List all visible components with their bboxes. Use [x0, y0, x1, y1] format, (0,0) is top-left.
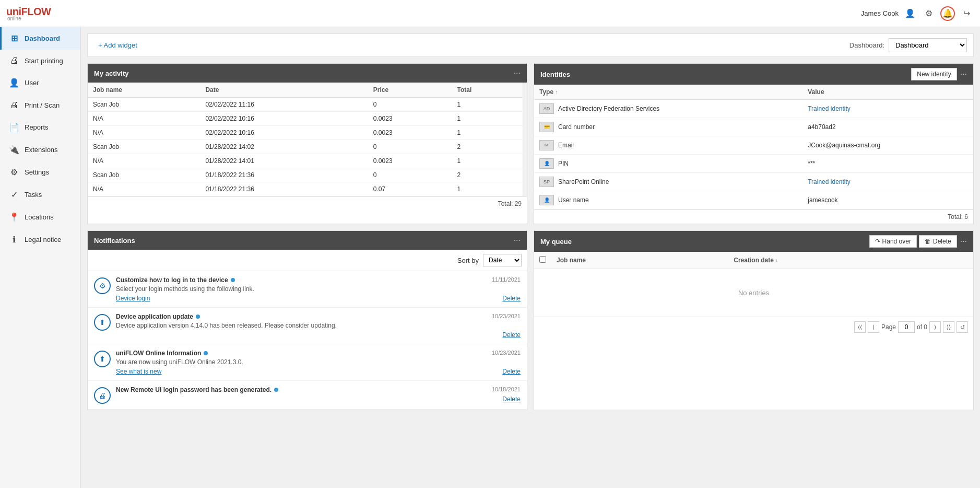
identity-type-label: Card number — [558, 123, 595, 131]
notification-icon[interactable]: 🔔 — [940, 6, 955, 21]
hand-over-icon: ↷ — [875, 238, 880, 245]
sidebar-item-print-scan[interactable]: 🖨 Print / Scan — [0, 94, 80, 116]
total-cell: 2 — [452, 140, 523, 154]
dashboard-icon: ⊞ — [9, 33, 19, 43]
my-activity-menu-icon[interactable]: ··· — [514, 68, 521, 78]
table-row: N/A 02/02/2022 10:16 0.0023 1 — [88, 112, 523, 126]
queue-pagination: ⟨⟨ ⟨ Page of 0 ⟩ ⟩⟩ ↺ — [534, 317, 973, 337]
identities-menu-icon[interactable]: ··· — [960, 69, 967, 79]
page-input[interactable] — [898, 321, 915, 333]
identity-value-cell: Trained identity — [802, 173, 973, 191]
sidebar-item-start-printing[interactable]: 🖨 Start printing — [0, 50, 80, 72]
dashboard-select[interactable]: Dashboard — [889, 38, 967, 52]
user-icon[interactable]: 👤 — [903, 6, 917, 21]
identities-title: Identities — [540, 71, 570, 78]
sidebar-item-settings[interactable]: ⚙ Settings — [0, 161, 80, 183]
my-activity-widget: My activity ··· Job name Date Price Tota… — [87, 63, 527, 224]
logo-online: online — [7, 16, 21, 21]
sidebar-label-locations: Locations — [25, 213, 54, 221]
sort-select[interactable]: Date Title — [483, 254, 522, 266]
notification-unread-dot — [196, 315, 200, 319]
sidebar-label-settings: Settings — [25, 168, 49, 176]
new-identity-label: New identity — [917, 71, 951, 78]
notification-content: New Remote UI login password has been ge… — [116, 386, 521, 404]
notification-delete-link[interactable]: Delete — [502, 331, 521, 339]
notifications-menu-icon[interactable]: ··· — [514, 236, 521, 245]
list-item: 👤 PIN *** — [534, 155, 973, 173]
identity-type-label: SharePoint Online — [558, 178, 609, 185]
notifications-widget: Notifications ··· Sort by Date Title ⚙ C… — [87, 230, 527, 410]
list-item: AD Active Directory Federation Services … — [534, 100, 973, 118]
total-cell: 1 — [452, 98, 523, 112]
my-queue-body: Job name Creation date ↓ No entries ⟨⟨ — [534, 252, 973, 337]
col-price: Price — [368, 83, 452, 98]
sidebar-label-legal-notice: Legal notice — [25, 236, 61, 243]
no-entries-message: No entries — [539, 273, 968, 312]
col-queue-job-name: Job name — [551, 252, 728, 269]
notification-content: Customize how to log in to the device 11… — [116, 276, 521, 302]
sidebar-label-tasks: Tasks — [25, 191, 42, 199]
notification-delete-link[interactable]: Delete — [502, 368, 521, 375]
page-first-button[interactable]: ⟨⟨ — [854, 321, 866, 333]
add-widget-button[interactable]: + Add widget — [94, 39, 141, 51]
list-item: ⬆ uniFLOW Online Information 10/23/2021 … — [88, 344, 527, 381]
total-cell: 1 — [452, 182, 523, 196]
identity-value-cell: Trained identity — [802, 100, 973, 118]
notification-date: 10/23/2021 — [492, 350, 521, 356]
sidebar-item-tasks[interactable]: ✓ Tasks — [0, 183, 80, 206]
identity-type-cell: 💳 Card number — [534, 118, 802, 136]
total-cell: 1 — [452, 126, 523, 140]
queue-select-all[interactable] — [539, 256, 546, 263]
notification-date: 10/23/2021 — [492, 313, 521, 319]
queue-menu-icon[interactable]: ··· — [960, 237, 967, 246]
page-last-button[interactable]: ⟩⟩ — [943, 321, 954, 333]
notification-link[interactable]: See what is new — [116, 368, 161, 375]
sidebar-item-locations[interactable]: 📍 Locations — [0, 206, 80, 228]
sidebar-item-user[interactable]: 👤 User — [0, 72, 80, 94]
sidebar-item-reports[interactable]: 📄 Reports — [0, 116, 80, 138]
table-row: Scan Job 02/02/2022 11:16 0 1 — [88, 98, 523, 112]
notification-delete-link[interactable]: Delete — [502, 295, 521, 302]
page-refresh-button[interactable]: ↺ — [957, 321, 968, 333]
sidebar-label-dashboard: Dashboard — [25, 34, 60, 42]
page-next-button[interactable]: ⟩ — [929, 321, 941, 333]
sidebar-item-extensions[interactable]: 🔌 Extensions — [0, 138, 80, 161]
tasks-icon: ✓ — [9, 190, 19, 200]
topbar: uniFLOW online James Cook 👤 ⚙ 🔔 ↪ — [0, 0, 980, 27]
identity-type-label: Email — [558, 142, 574, 149]
page-label: Page — [881, 323, 896, 331]
notification-item-icon: 🖨 — [94, 387, 111, 404]
notification-delete-link[interactable]: Delete — [502, 396, 521, 403]
delete-queue-label: Delete — [933, 238, 951, 245]
settings-nav-icon: ⚙ — [9, 167, 19, 177]
queue-buttons: ↷ Hand over 🗑 Delete — [869, 235, 957, 248]
dashboard-label: Dashboard: — [849, 41, 884, 49]
identity-type-cell: AD Active Directory Federation Services — [534, 100, 802, 118]
identities-table: Type ↑ Value AD Active Directory Federat… — [534, 85, 973, 210]
sidebar-label-user: User — [25, 79, 39, 87]
logout-icon[interactable]: ↪ — [959, 6, 974, 21]
notification-link[interactable]: Device login — [116, 295, 150, 302]
hand-over-button[interactable]: ↷ Hand over — [869, 235, 917, 248]
job-name-cell: N/A — [88, 182, 200, 196]
activity-scrollbar[interactable] — [523, 83, 527, 196]
logo: uniFLOW online — [6, 6, 51, 21]
sidebar-item-dashboard[interactable]: ⊞ Dashboard — [0, 27, 80, 50]
sidebar-item-legal-notice[interactable]: ℹ Legal notice — [0, 228, 80, 251]
sort-bar: Sort by Date Title — [88, 250, 527, 271]
settings-icon[interactable]: ⚙ — [922, 6, 936, 21]
queue-table: Job name Creation date ↓ No entries — [534, 252, 973, 317]
table-row: N/A 02/02/2022 10:16 0.0023 1 — [88, 126, 523, 140]
list-item: SP SharePoint Online Trained identity — [534, 173, 973, 191]
identity-value-cell: a4b70ad2 — [802, 118, 973, 136]
notification-item-icon: ⚙ — [94, 277, 111, 294]
page-prev-button[interactable]: ⟨ — [868, 321, 879, 333]
new-identity-button[interactable]: New identity — [911, 68, 957, 80]
price-cell: 0 — [368, 98, 452, 112]
notification-desc: You are now using uniFLOW Online 2021.3.… — [116, 358, 521, 366]
identities-header: Identities New identity ··· — [534, 64, 973, 85]
identity-type-label: PIN — [558, 160, 569, 167]
table-row: N/A 01/28/2022 14:01 0.0023 1 — [88, 154, 523, 168]
delete-queue-button[interactable]: 🗑 Delete — [919, 235, 957, 248]
notification-title: Device application update — [116, 313, 200, 320]
